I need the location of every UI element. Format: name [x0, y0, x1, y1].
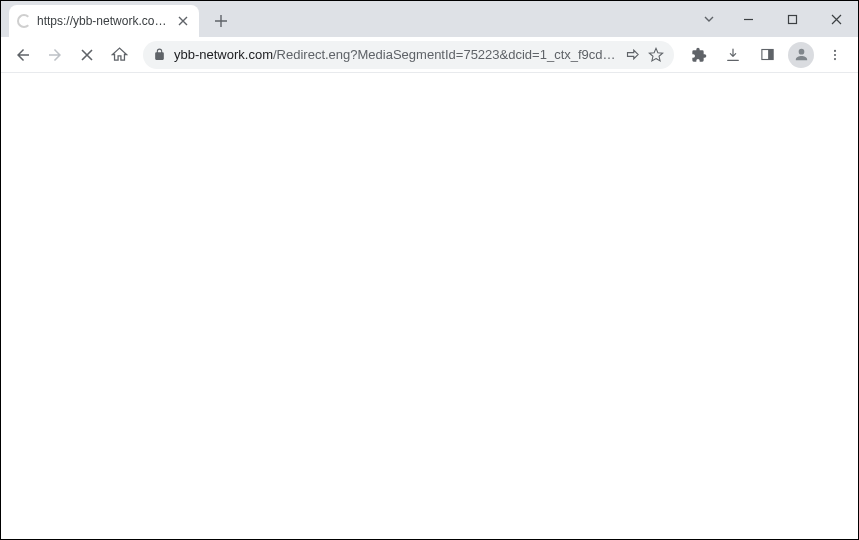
tab-strip: https://ybb-network.com/Redirec [1, 1, 235, 37]
menu-button[interactable] [820, 41, 850, 69]
url-text: ybb-network.com/Redirect.eng?MediaSegmen… [174, 47, 617, 62]
svg-rect-2 [768, 50, 773, 60]
home-button[interactable] [105, 41, 133, 69]
tab-title: https://ybb-network.com/Redirec [37, 14, 169, 28]
maximize-button[interactable] [770, 1, 814, 37]
back-button[interactable] [9, 41, 37, 69]
close-window-button[interactable] [814, 1, 858, 37]
svg-point-4 [834, 53, 836, 55]
address-bar[interactable]: ybb-network.com/Redirect.eng?MediaSegmen… [143, 41, 674, 69]
minimize-button[interactable] [726, 1, 770, 37]
stop-reload-button[interactable] [73, 41, 101, 69]
share-button[interactable] [625, 47, 640, 62]
side-panel-button[interactable] [752, 41, 782, 69]
bookmark-button[interactable] [648, 47, 664, 63]
downloads-button[interactable] [718, 41, 748, 69]
loading-spinner-icon [17, 14, 31, 28]
extensions-button[interactable] [684, 41, 714, 69]
svg-point-3 [834, 49, 836, 51]
forward-button [41, 41, 69, 69]
browser-window: https://ybb-network.com/Redirec [1, 1, 858, 539]
titlebar: https://ybb-network.com/Redirec [1, 1, 858, 37]
active-tab[interactable]: https://ybb-network.com/Redirec [9, 5, 199, 37]
lock-icon [153, 48, 166, 61]
url-path: /Redirect.eng?MediaSegmentId=75223&dcid=… [273, 47, 617, 62]
svg-point-5 [834, 58, 836, 60]
close-tab-button[interactable] [175, 13, 191, 29]
url-domain: ybb-network.com [174, 47, 273, 62]
window-controls [692, 1, 858, 37]
tab-search-button[interactable] [692, 13, 726, 25]
toolbar: ybb-network.com/Redirect.eng?MediaSegmen… [1, 37, 858, 73]
new-tab-button[interactable] [207, 7, 235, 35]
page-content-area [1, 73, 858, 539]
profile-avatar-button[interactable] [788, 42, 814, 68]
svg-rect-0 [788, 15, 796, 23]
